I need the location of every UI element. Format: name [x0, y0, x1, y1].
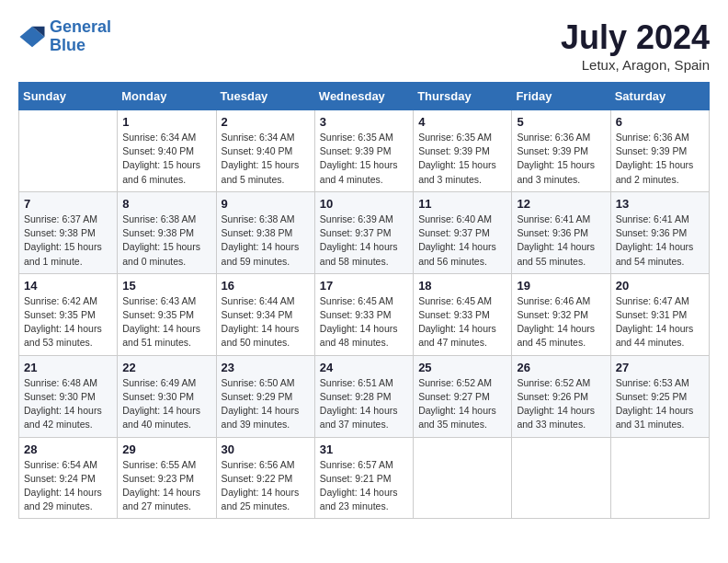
day-number: 27: [616, 361, 704, 374]
calendar-cell: [610, 437, 709, 519]
calendar-cell: 27Sunrise: 6:53 AMSunset: 9:25 PMDayligh…: [610, 355, 709, 437]
week-row-1: 1Sunrise: 6:34 AMSunset: 9:40 PMDaylight…: [19, 110, 710, 192]
day-number: 7: [24, 197, 112, 211]
week-row-2: 7Sunrise: 6:37 AMSunset: 9:38 PMDaylight…: [19, 191, 710, 273]
day-info: Sunrise: 6:47 AMSunset: 9:31 PMDaylight:…: [616, 294, 704, 350]
day-number: 22: [122, 361, 210, 374]
day-info: Sunrise: 6:52 AMSunset: 9:26 PMDaylight:…: [517, 376, 605, 432]
day-number: 2: [222, 115, 310, 129]
calendar-table: SundayMondayTuesdayWednesdayThursdayFrid…: [18, 82, 710, 519]
day-number: 25: [418, 361, 506, 374]
calendar-cell: 13Sunrise: 6:41 AMSunset: 9:36 PMDayligh…: [610, 191, 709, 273]
day-number: 11: [418, 197, 506, 211]
header-friday: Friday: [512, 83, 610, 110]
day-number: 29: [122, 442, 210, 456]
calendar-cell: 28Sunrise: 6:54 AMSunset: 9:24 PMDayligh…: [19, 437, 118, 519]
day-number: 14: [24, 279, 112, 293]
day-info: Sunrise: 6:46 AMSunset: 9:32 PMDaylight:…: [517, 294, 605, 350]
day-number: 19: [517, 279, 605, 293]
calendar-cell: [512, 437, 610, 519]
logo-line2: Blue: [50, 36, 85, 54]
day-info: Sunrise: 6:39 AMSunset: 9:37 PMDaylight:…: [320, 213, 408, 269]
day-info: Sunrise: 6:49 AMSunset: 9:30 PMDaylight:…: [122, 376, 210, 432]
day-number: 17: [320, 279, 408, 293]
calendar-cell: [414, 437, 512, 519]
calendar-cell: 25Sunrise: 6:52 AMSunset: 9:27 PMDayligh…: [414, 355, 512, 437]
header-thursday: Thursday: [414, 83, 512, 110]
month-title: July 2024: [561, 18, 710, 57]
day-info: Sunrise: 6:42 AMSunset: 9:35 PMDaylight:…: [24, 294, 112, 350]
day-number: 31: [320, 442, 408, 456]
day-info: Sunrise: 6:52 AMSunset: 9:27 PMDaylight:…: [418, 376, 506, 432]
day-info: Sunrise: 6:50 AMSunset: 9:29 PMDaylight:…: [222, 376, 310, 432]
day-number: 12: [517, 197, 605, 211]
page-header: General Blue July 2024 Letux, Aragon, Sp…: [18, 18, 710, 73]
day-info: Sunrise: 6:35 AMSunset: 9:39 PMDaylight:…: [418, 131, 506, 187]
day-number: 8: [122, 197, 210, 211]
day-info: Sunrise: 6:41 AMSunset: 9:36 PMDaylight:…: [616, 213, 704, 269]
week-row-5: 28Sunrise: 6:54 AMSunset: 9:24 PMDayligh…: [19, 437, 710, 519]
day-info: Sunrise: 6:56 AMSunset: 9:22 PMDaylight:…: [222, 458, 310, 514]
day-info: Sunrise: 6:57 AMSunset: 9:21 PMDaylight:…: [320, 458, 408, 514]
day-info: Sunrise: 6:36 AMSunset: 9:39 PMDaylight:…: [616, 131, 704, 187]
calendar-cell: 11Sunrise: 6:40 AMSunset: 9:37 PMDayligh…: [414, 191, 512, 273]
calendar-cell: 10Sunrise: 6:39 AMSunset: 9:37 PMDayligh…: [314, 191, 413, 273]
logo-text: General Blue: [50, 18, 111, 55]
day-number: 21: [24, 361, 112, 374]
calendar-cell: 12Sunrise: 6:41 AMSunset: 9:36 PMDayligh…: [512, 191, 610, 273]
day-number: 23: [222, 361, 310, 374]
day-info: Sunrise: 6:34 AMSunset: 9:40 PMDaylight:…: [222, 131, 310, 187]
logo-line1: General: [50, 17, 111, 36]
logo-icon: [18, 23, 46, 51]
header-wednesday: Wednesday: [314, 83, 413, 110]
calendar-cell: 30Sunrise: 6:56 AMSunset: 9:22 PMDayligh…: [216, 437, 314, 519]
day-info: Sunrise: 6:43 AMSunset: 9:35 PMDaylight:…: [122, 294, 210, 350]
logo: General Blue: [18, 18, 111, 55]
day-info: Sunrise: 6:44 AMSunset: 9:34 PMDaylight:…: [222, 294, 310, 350]
calendar-cell: 2Sunrise: 6:34 AMSunset: 9:40 PMDaylight…: [216, 110, 314, 192]
calendar-cell: 19Sunrise: 6:46 AMSunset: 9:32 PMDayligh…: [512, 273, 610, 355]
header-saturday: Saturday: [610, 83, 709, 110]
day-number: 30: [222, 442, 310, 456]
day-info: Sunrise: 6:36 AMSunset: 9:39 PMDaylight:…: [517, 131, 605, 187]
day-number: 4: [418, 115, 506, 129]
day-number: 18: [418, 279, 506, 293]
calendar-cell: 20Sunrise: 6:47 AMSunset: 9:31 PMDayligh…: [610, 273, 709, 355]
day-info: Sunrise: 6:45 AMSunset: 9:33 PMDaylight:…: [320, 294, 408, 350]
day-number: 15: [122, 279, 210, 293]
calendar-cell: 17Sunrise: 6:45 AMSunset: 9:33 PMDayligh…: [314, 273, 413, 355]
calendar-cell: 22Sunrise: 6:49 AMSunset: 9:30 PMDayligh…: [118, 355, 216, 437]
header-monday: Monday: [118, 83, 216, 110]
week-row-4: 21Sunrise: 6:48 AMSunset: 9:30 PMDayligh…: [19, 355, 710, 437]
calendar-cell: 14Sunrise: 6:42 AMSunset: 9:35 PMDayligh…: [19, 273, 118, 355]
day-info: Sunrise: 6:35 AMSunset: 9:39 PMDaylight:…: [320, 131, 408, 187]
calendar-cell: 1Sunrise: 6:34 AMSunset: 9:40 PMDaylight…: [118, 110, 216, 192]
calendar-cell: 21Sunrise: 6:48 AMSunset: 9:30 PMDayligh…: [19, 355, 118, 437]
day-number: 20: [616, 279, 704, 293]
location: Letux, Aragon, Spain: [561, 57, 710, 73]
day-number: 1: [122, 115, 210, 129]
day-info: Sunrise: 6:48 AMSunset: 9:30 PMDaylight:…: [24, 376, 112, 432]
day-info: Sunrise: 6:38 AMSunset: 9:38 PMDaylight:…: [122, 213, 210, 269]
day-info: Sunrise: 6:53 AMSunset: 9:25 PMDaylight:…: [616, 376, 704, 432]
calendar-cell: 24Sunrise: 6:51 AMSunset: 9:28 PMDayligh…: [314, 355, 413, 437]
calendar-header-row: SundayMondayTuesdayWednesdayThursdayFrid…: [19, 83, 710, 110]
title-block: July 2024 Letux, Aragon, Spain: [561, 18, 710, 73]
calendar-cell: 26Sunrise: 6:52 AMSunset: 9:26 PMDayligh…: [512, 355, 610, 437]
day-info: Sunrise: 6:51 AMSunset: 9:28 PMDaylight:…: [320, 376, 408, 432]
day-number: 24: [320, 361, 408, 374]
day-number: 5: [517, 115, 605, 129]
day-info: Sunrise: 6:37 AMSunset: 9:38 PMDaylight:…: [24, 213, 112, 269]
day-number: 26: [517, 361, 605, 374]
day-number: 3: [320, 115, 408, 129]
day-info: Sunrise: 6:55 AMSunset: 9:23 PMDaylight:…: [122, 458, 210, 514]
calendar-cell: 23Sunrise: 6:50 AMSunset: 9:29 PMDayligh…: [216, 355, 314, 437]
calendar-cell: 18Sunrise: 6:45 AMSunset: 9:33 PMDayligh…: [414, 273, 512, 355]
header-tuesday: Tuesday: [216, 83, 314, 110]
day-info: Sunrise: 6:38 AMSunset: 9:38 PMDaylight:…: [222, 213, 310, 269]
calendar-cell: 16Sunrise: 6:44 AMSunset: 9:34 PMDayligh…: [216, 273, 314, 355]
calendar-cell: 31Sunrise: 6:57 AMSunset: 9:21 PMDayligh…: [314, 437, 413, 519]
day-info: Sunrise: 6:40 AMSunset: 9:37 PMDaylight:…: [418, 213, 506, 269]
calendar-cell: 9Sunrise: 6:38 AMSunset: 9:38 PMDaylight…: [216, 191, 314, 273]
header-sunday: Sunday: [19, 83, 118, 110]
